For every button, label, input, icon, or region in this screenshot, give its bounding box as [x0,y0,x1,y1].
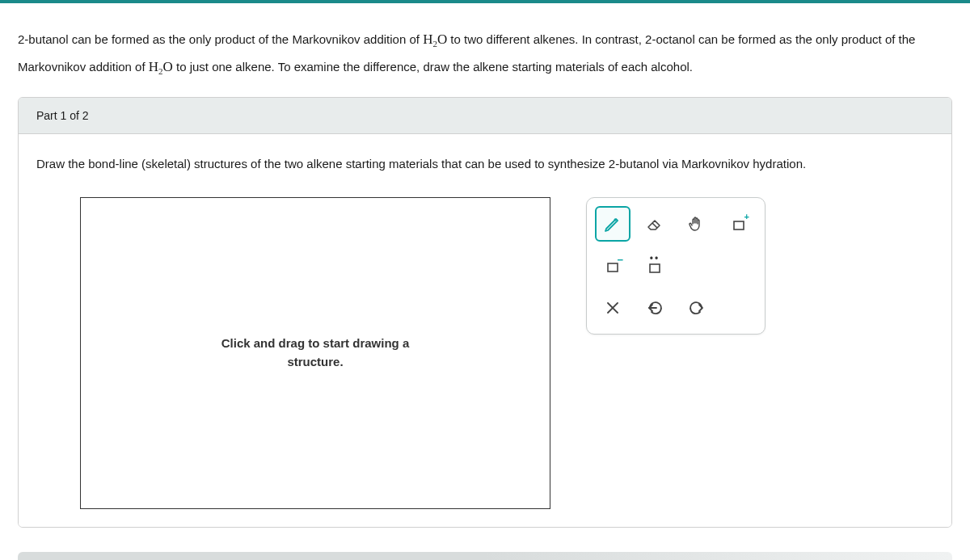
dots-icon: •• [638,254,672,263]
redo-button[interactable] [679,290,715,326]
chem-formula-1: H2O [423,32,447,47]
question-prompt: 2-butanol can be formed as the only prod… [0,3,970,97]
eraser-tool-button[interactable] [637,206,673,242]
canvas-hint: Click and drag to start drawing a struct… [221,335,410,371]
undo-icon [645,298,664,318]
clear-button[interactable] [595,290,630,326]
drawing-canvas[interactable]: Click and drag to start drawing a struct… [80,197,550,509]
drawing-area-row: Click and drag to start drawing a struct… [36,197,934,509]
charge-minus-button[interactable]: − [595,248,630,284]
charge-plus-button[interactable]: + [721,206,757,242]
close-icon [603,298,622,318]
pencil-tool-button[interactable] [595,206,630,242]
svg-rect-2 [650,264,660,272]
hand-tool-button[interactable] [679,206,715,242]
question-text-part1: 2-butanol can be formed as the only prod… [18,32,423,46]
pencil-icon [603,214,622,234]
undo-button[interactable] [637,290,673,326]
bottom-bar [18,552,952,560]
question-text-part3: to just one alkene. To examine the diffe… [173,60,693,74]
eraser-icon [645,214,664,234]
svg-rect-1 [608,263,618,272]
svg-rect-0 [734,221,744,229]
chem-formula-2: H2O [149,59,173,74]
lone-pair-button[interactable]: •• [637,248,673,284]
part-header: Part 1 of 2 [19,98,951,134]
hand-icon [687,214,706,234]
part-body: Draw the bond-line (skeletal) structures… [19,134,951,527]
tool-panel: + − •• [586,197,765,335]
part-instruction: Draw the bond-line (skeletal) structures… [36,154,934,175]
redo-icon [687,298,706,318]
part-container: Part 1 of 2 Draw the bond-line (skeletal… [18,97,952,528]
